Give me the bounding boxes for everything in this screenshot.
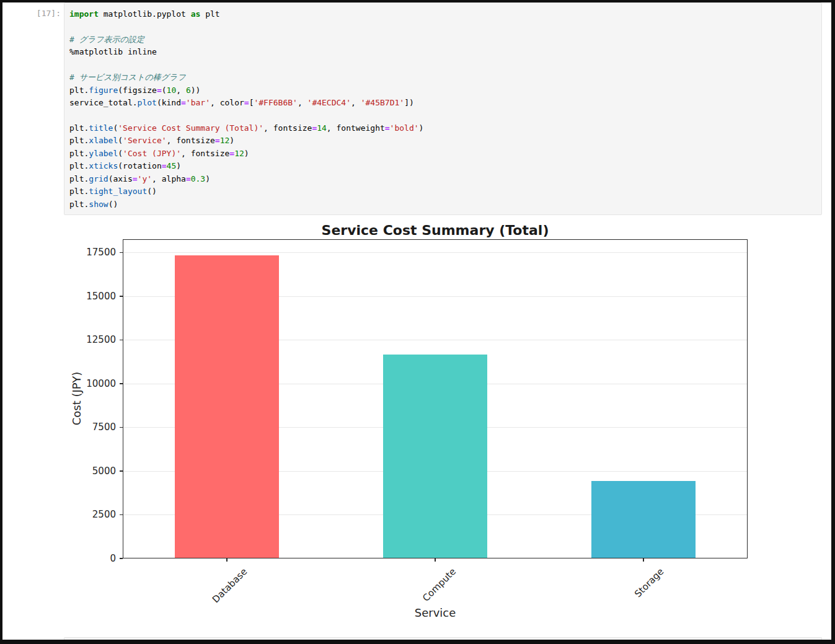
code-line: plt.grid(axis='y', alpha=0.3) — [69, 173, 816, 185]
code-content: import matplotlib.pyplot as plt # グラフ表示の… — [64, 3, 821, 211]
y-tick-mark — [120, 296, 123, 296]
code-line: plt.xticks(rotation=45) — [69, 160, 816, 172]
bar-compute — [383, 355, 487, 558]
code-line: # サービス別コストの棒グラフ — [69, 71, 816, 84]
next-cell-partial[interactable] — [64, 637, 822, 644]
code-line: plt.figure(figsize=(10, 6)) — [69, 84, 816, 97]
code-line: plt.show() — [69, 198, 816, 211]
code-line: %matplotlib inline — [69, 46, 816, 58]
code-line — [69, 59, 816, 71]
x-tick-label-storage: Storage — [632, 566, 666, 599]
code-line: plt.xlabel('Service', fontsize=12) — [69, 135, 816, 147]
x-tick-label-compute: Compute — [420, 566, 458, 604]
y-tick-mark — [120, 470, 123, 471]
code-cell-editor[interactable]: import matplotlib.pyplot as plt # グラフ表示の… — [64, 2, 822, 215]
y-tick-label: 0 — [68, 553, 116, 564]
cell-execution-count: [17]: — [25, 9, 61, 18]
code-line — [69, 20, 816, 33]
y-tick-mark — [120, 340, 123, 340]
code-line: import matplotlib.pyplot as plt — [69, 8, 816, 20]
y-tick-label: 17500 — [68, 247, 116, 258]
y-tick-mark — [120, 514, 123, 515]
gridline-17500 — [123, 252, 747, 253]
notebook-page: [17]: import matplotlib.pyplot as plt # … — [0, 0, 835, 644]
y-tick-label: 5000 — [68, 465, 116, 477]
y-tick-label: 10000 — [68, 378, 116, 389]
bar-database — [175, 255, 279, 558]
y-tick-mark — [120, 252, 123, 253]
bar-storage — [591, 481, 696, 558]
code-line: plt.tight_layout() — [69, 185, 816, 198]
code-line: # グラフ表示の設定 — [69, 33, 816, 46]
x-tick-label-database: Database — [210, 566, 249, 605]
matplotlib-figure-output: Service Cost Summary (Total) Cost (JPY) … — [68, 218, 817, 627]
code-line — [69, 110, 816, 122]
y-tick-label: 7500 — [68, 421, 116, 433]
y-tick-mark — [120, 383, 123, 384]
y-tick-label: 15000 — [68, 291, 116, 302]
x-tick-mark — [226, 558, 227, 562]
x-tick-mark — [435, 558, 435, 562]
code-line: plt.ylabel('Cost (JPY)', fontsize=12) — [69, 148, 816, 160]
chart-title: Service Cost Summary (Total) — [123, 223, 748, 238]
code-line: service_total.plot(kind='bar', color=['#… — [69, 97, 816, 109]
y-tick-label: 12500 — [68, 334, 116, 345]
y-tick-mark — [120, 427, 123, 428]
y-tick-mark — [120, 558, 123, 558]
x-tick-mark — [643, 558, 643, 562]
x-axis-label: Service — [123, 606, 748, 619]
code-line: plt.title('Service Cost Summary (Total)'… — [69, 122, 816, 135]
y-tick-label: 2500 — [68, 509, 116, 520]
